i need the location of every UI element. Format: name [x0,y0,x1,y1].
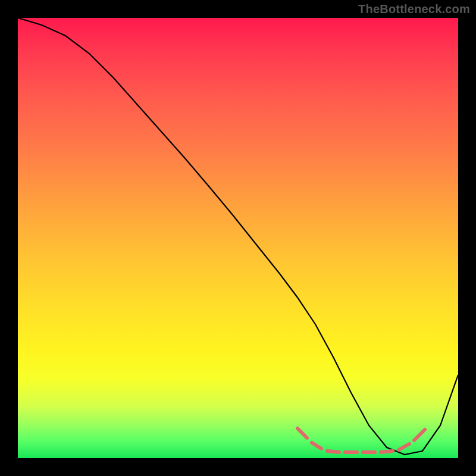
marker-dash [298,428,307,438]
marker-dash [399,444,409,450]
chart-frame: TheBottleneck.com [0,0,476,476]
marker-dash [381,451,393,452]
marker-dash [312,443,321,449]
chart-svg [18,18,458,458]
watermark-text: TheBottleneck.com [358,2,470,16]
curve-line [18,18,458,455]
highlight-markers [298,428,425,452]
marker-dash [327,451,339,452]
marker-dash [414,430,425,440]
